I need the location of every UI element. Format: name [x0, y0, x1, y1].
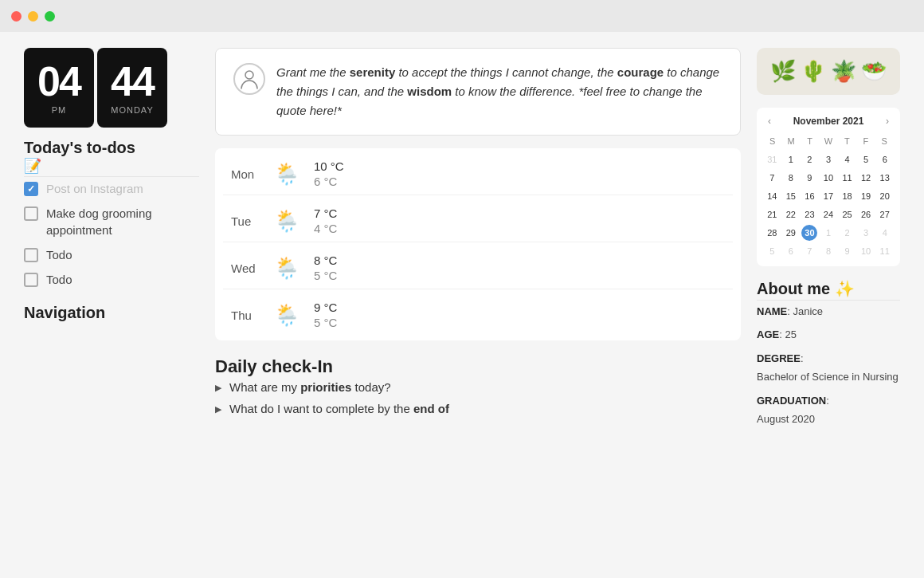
navigation-section: Navigation — [24, 299, 199, 322]
sparkle-icon: ✨ — [835, 280, 855, 297]
main-layout: 04 PM 44 MONDAY Today's to-dos 📝 Post on… — [0, 32, 924, 578]
checkbox-2[interactable] — [24, 206, 38, 221]
cal-day-9[interactable]: 9 — [801, 170, 817, 186]
cal-day-19[interactable]: 19 — [858, 188, 874, 204]
cal-day-3[interactable]: 3 — [820, 151, 836, 167]
cal-day-24[interactable]: 24 — [820, 206, 836, 222]
clock-minutes: 44 — [111, 61, 154, 102]
temp-low-mon: 6 °C — [314, 175, 344, 188]
weather-row-thu: Thu 🌦️ 9 °C 5 °C — [223, 294, 733, 336]
temp-high-thu: 9 °C — [314, 301, 337, 314]
todo-text-2: Make dog grooming appointment — [46, 205, 199, 238]
todos-title: Today's to-dos — [24, 139, 199, 157]
svg-point-0 — [245, 71, 253, 79]
close-button[interactable] — [11, 11, 22, 22]
clock-day: MONDAY — [111, 105, 153, 115]
plant-4: 🥗 — [861, 59, 887, 84]
cal-day-5-next: 5 — [764, 243, 780, 259]
clock-minutes-block: 44 MONDAY — [97, 48, 167, 128]
weather-temps-mon: 10 °C 6 °C — [314, 159, 344, 188]
cal-day-14[interactable]: 14 — [764, 188, 780, 204]
cal-day-22[interactable]: 22 — [783, 206, 799, 222]
about-content: NAME: Janice AGE: 25 DEGREE: Bachelor of… — [757, 302, 900, 428]
checkin-arrow-1: ▶ — [215, 383, 221, 393]
cal-day-6[interactable]: 6 — [877, 151, 893, 167]
cal-day-23[interactable]: 23 — [801, 206, 817, 222]
calendar-header: ‹ November 2021 › — [763, 114, 894, 128]
cal-day-6-next: 6 — [783, 243, 799, 259]
cal-day-26[interactable]: 26 — [858, 206, 874, 222]
quote-card: Grant me the serenity to accept the thin… — [215, 48, 741, 136]
cal-day-25[interactable]: 25 — [840, 206, 855, 222]
todos-section: Today's to-dos 📝 Post on Instagram Make … — [24, 139, 199, 288]
cal-day-2-next: 2 — [840, 225, 855, 241]
cal-day-20[interactable]: 20 — [877, 188, 893, 204]
todo-item-4: Todo — [24, 271, 199, 288]
cal-day-16[interactable]: 16 — [801, 188, 817, 204]
cal-day-29[interactable]: 29 — [783, 225, 799, 241]
titlebar — [0, 0, 924, 32]
cal-day-7-next: 7 — [801, 243, 817, 259]
checkin-item-2: ▶ What do I want to complete by the end … — [215, 402, 741, 415]
cal-day-17[interactable]: 17 — [820, 188, 836, 204]
left-column: 04 PM 44 MONDAY Today's to-dos 📝 Post on… — [24, 48, 199, 562]
clock-hours-block: 04 PM — [24, 48, 94, 128]
checkbox-1[interactable] — [24, 182, 38, 196]
checkbox-3[interactable] — [24, 248, 38, 262]
cal-day-10[interactable]: 10 — [820, 170, 836, 186]
edit-icon[interactable]: 📝 — [24, 157, 199, 175]
weather-icon-wed: 🌦️ — [271, 256, 303, 281]
about-age-field: AGE: 25 — [757, 325, 900, 344]
weather-icon-tue: 🌦️ — [271, 209, 303, 234]
temp-high-tue: 7 °C — [314, 206, 337, 220]
weather-icon-thu: 🌦️ — [271, 303, 303, 328]
name-value: Janice — [793, 305, 824, 317]
cal-day-15[interactable]: 15 — [783, 188, 799, 204]
calendar-prev-button[interactable]: ‹ — [765, 114, 774, 128]
quote-text: Grant me the serenity to accept the thin… — [276, 63, 722, 120]
weather-day-thu: Thu — [231, 309, 260, 322]
calendar-widget: ‹ November 2021 › S M T W T F S 31 1 2 3… — [757, 108, 900, 266]
navigation-title: Navigation — [24, 304, 199, 322]
cal-day-2[interactable]: 2 — [801, 151, 817, 167]
cal-day-27[interactable]: 27 — [877, 206, 893, 222]
minimize-button[interactable] — [28, 11, 38, 22]
weather-day-mon: Mon — [231, 167, 260, 181]
cal-day-5[interactable]: 5 — [858, 151, 874, 167]
todo-item-1: Post on Instagram — [24, 180, 199, 197]
cal-day-11[interactable]: 11 — [840, 170, 855, 186]
cal-day-30-today[interactable]: 30 — [801, 225, 817, 241]
cal-day-21[interactable]: 21 — [764, 206, 780, 222]
cal-day-9-next: 9 — [840, 243, 855, 259]
cal-day-12[interactable]: 12 — [858, 170, 874, 186]
cal-day-1[interactable]: 1 — [783, 151, 799, 167]
weather-day-wed: Wed — [231, 261, 260, 275]
cal-day-13[interactable]: 13 — [877, 170, 893, 186]
checkin-items: ▶ What are my priorities today? ▶ What d… — [215, 380, 741, 415]
cal-day-11-next: 11 — [877, 243, 893, 259]
cal-day-4[interactable]: 4 — [840, 151, 855, 167]
center-column: Grant me the serenity to accept the thin… — [215, 48, 741, 562]
cal-day-28[interactable]: 28 — [764, 225, 780, 241]
checkbox-4[interactable] — [24, 273, 38, 287]
temp-low-tue: 4 °C — [314, 222, 337, 235]
temp-low-wed: 5 °C — [314, 269, 337, 282]
weather-row-wed: Wed 🌦️ 8 °C 5 °C — [223, 247, 733, 289]
about-section: About me ✨ NAME: Janice AGE: 25 DEGREE: … — [757, 279, 900, 428]
clock-period: PM — [52, 105, 67, 115]
weather-day-tue: Tue — [231, 214, 260, 228]
divider — [24, 176, 199, 177]
calendar-next-button[interactable]: › — [883, 114, 892, 128]
maximize-button[interactable] — [45, 11, 55, 22]
clock-widget: 04 PM 44 MONDAY — [24, 48, 199, 128]
calendar-month-label: November 2021 — [793, 116, 864, 127]
temp-high-mon: 10 °C — [314, 159, 344, 173]
cal-day-8[interactable]: 8 — [783, 170, 799, 186]
cal-day-18[interactable]: 18 — [840, 188, 855, 204]
daily-checkin-section: Daily check-In ▶ What are my priorities … — [215, 353, 741, 415]
todo-text-3: Todo — [46, 246, 72, 263]
checkin-text-2: What do I want to complete by the end of — [229, 402, 449, 415]
about-divider — [757, 300, 900, 301]
cal-day-7[interactable]: 7 — [764, 170, 780, 186]
graduation-value: August 2020 — [757, 413, 815, 425]
